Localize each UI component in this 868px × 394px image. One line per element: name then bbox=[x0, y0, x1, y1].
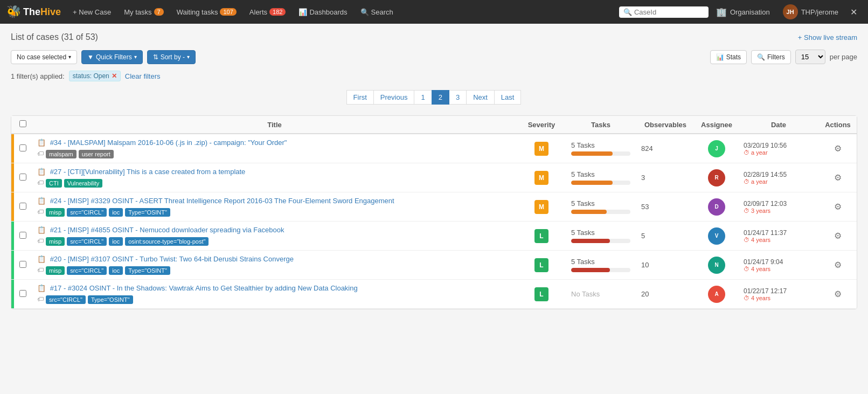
tag[interactable]: src="CIRCL" bbox=[67, 208, 107, 217]
live-stream-button[interactable]: + Show live stream bbox=[798, 33, 857, 42]
tags-row: 🏷 mispsrc="CIRCL"iocType="OSINT" bbox=[37, 265, 512, 275]
tag[interactable]: misp bbox=[46, 237, 65, 246]
remove-filter-button[interactable]: ✕ bbox=[112, 72, 117, 80]
actions-cell[interactable]: ⚙ bbox=[819, 192, 857, 222]
per-page-select[interactable]: 10 15 25 50 100 bbox=[795, 50, 825, 64]
observables-count: 5 bbox=[641, 232, 645, 240]
global-search-input[interactable] bbox=[634, 8, 704, 16]
user-menu-button[interactable]: JH THP/jerome bbox=[777, 1, 844, 23]
username-label: THP/jerome bbox=[801, 8, 838, 16]
my-tasks-button[interactable]: My tasks 7 bbox=[119, 5, 169, 19]
tasks-progress-bar bbox=[571, 210, 630, 214]
row-checkbox-cell[interactable] bbox=[14, 251, 32, 280]
tasks-count: 5 Tasks bbox=[571, 258, 595, 266]
row-checkbox-cell[interactable] bbox=[14, 163, 32, 192]
tag[interactable]: ioc bbox=[109, 266, 123, 275]
tag[interactable]: src="CIRCL" bbox=[67, 237, 107, 246]
observables-cell: 53 bbox=[636, 192, 695, 222]
case-title-link[interactable]: #20 - [MISP] #3107 OSINT - Turbo Twist: … bbox=[50, 255, 294, 263]
last-page-button[interactable]: Last bbox=[494, 90, 522, 105]
observables-cell: 824 bbox=[636, 134, 695, 163]
row-checkbox[interactable] bbox=[19, 203, 26, 210]
tag[interactable]: ioc bbox=[109, 208, 123, 217]
previous-page-button[interactable]: Previous bbox=[373, 90, 415, 105]
row-actions-button[interactable]: ⚙ bbox=[832, 258, 844, 272]
tag[interactable]: user report bbox=[79, 150, 114, 158]
page-3-button[interactable]: 3 bbox=[449, 90, 467, 105]
row-actions-button[interactable]: ⚙ bbox=[832, 170, 844, 185]
tag[interactable]: CTI bbox=[46, 179, 62, 188]
case-type-icon: 📋 bbox=[37, 139, 46, 147]
tag[interactable]: osint:source-type="blog-post" bbox=[125, 237, 209, 246]
tag[interactable]: Type="OSINT" bbox=[125, 266, 170, 275]
no-case-selected-dropdown[interactable]: No case selected ▾ bbox=[11, 50, 77, 64]
case-title-link[interactable]: #34 - [MALSPAM] Malspam 2016-10-06 (.js … bbox=[50, 139, 287, 147]
case-title-link[interactable]: #24 - [MISP] #3329 OSINT - ASERT Threat … bbox=[50, 197, 394, 205]
date-text: 01/22/17 12:17 bbox=[744, 287, 814, 295]
date-text: 01/24/17 9:04 bbox=[744, 258, 814, 266]
dashboards-button[interactable]: 📊 Dashboards bbox=[293, 5, 352, 19]
tag-icon: 🏷 bbox=[37, 150, 44, 157]
row-checkbox[interactable] bbox=[19, 174, 26, 181]
actions-cell[interactable]: ⚙ bbox=[819, 251, 857, 280]
tasks-count: 5 Tasks bbox=[571, 229, 595, 237]
tag[interactable]: Type="OSINT" bbox=[125, 208, 170, 217]
title-cell: 📋 #21 - [MISP] #4855 OSINT - Nemucod dow… bbox=[32, 222, 517, 251]
row-checkbox[interactable] bbox=[19, 290, 26, 297]
severity-cell: L bbox=[517, 222, 566, 251]
row-checkbox[interactable] bbox=[19, 261, 26, 268]
tag[interactable]: src="CIRCL" bbox=[67, 266, 107, 275]
case-title-link[interactable]: #21 - [MISP] #4855 OSINT - Nemucod downl… bbox=[50, 226, 284, 234]
row-checkbox-cell[interactable] bbox=[14, 280, 32, 309]
case-type-icon: 📋 bbox=[37, 197, 46, 205]
search-button[interactable]: 🔍 Search bbox=[355, 5, 399, 19]
tag[interactable]: Vulnerability bbox=[64, 179, 103, 188]
row-actions-button[interactable]: ⚙ bbox=[832, 141, 844, 156]
filters-button[interactable]: 🔍 Filters bbox=[751, 50, 791, 64]
date-cell: 03/20/19 10:56 ⏱ a year bbox=[738, 134, 819, 163]
row-actions-button[interactable]: ⚙ bbox=[832, 199, 844, 214]
tag[interactable]: misp bbox=[46, 208, 65, 217]
tasks-progress-bar bbox=[571, 181, 630, 185]
page-1-button[interactable]: 1 bbox=[414, 90, 432, 105]
title-cell: 📋 #24 - [MISP] #3329 OSINT - ASERT Threa… bbox=[32, 192, 517, 222]
title-cell: 📋 #34 - [MALSPAM] Malspam 2016-10-06 (.j… bbox=[32, 134, 517, 163]
sort-by-button[interactable]: ⇅ Sort by - ▾ bbox=[147, 50, 196, 64]
waiting-tasks-button[interactable]: Waiting tasks 107 bbox=[171, 5, 242, 19]
select-all-checkbox[interactable] bbox=[19, 120, 26, 127]
row-checkbox[interactable] bbox=[19, 144, 26, 151]
alerts-button[interactable]: Alerts 182 bbox=[244, 5, 291, 19]
sort-by-caret: ▾ bbox=[187, 54, 190, 60]
actions-cell[interactable]: ⚙ bbox=[819, 163, 857, 192]
row-checkbox-cell[interactable] bbox=[14, 222, 32, 251]
tag[interactable]: ioc bbox=[109, 237, 123, 246]
page-header: List of cases (31 of 53) + Show live str… bbox=[11, 32, 857, 42]
tag[interactable]: malspam bbox=[46, 150, 77, 158]
tasks-header: Tasks bbox=[566, 116, 636, 134]
tag[interactable]: misp bbox=[46, 266, 65, 275]
stats-button[interactable]: 📊 Stats bbox=[710, 50, 747, 64]
case-title-link[interactable]: #27 - [CTI][Vulnerability] This is a cas… bbox=[50, 168, 246, 176]
actions-cell[interactable]: ⚙ bbox=[819, 134, 857, 163]
actions-cell[interactable]: ⚙ bbox=[819, 222, 857, 251]
case-type-icon: 📋 bbox=[37, 284, 46, 292]
organisation-button[interactable]: 🏢 Organisation bbox=[711, 4, 775, 20]
tag[interactable]: Type="OSINT" bbox=[88, 295, 133, 304]
alerts-badge: 182 bbox=[269, 8, 286, 16]
row-actions-button[interactable]: ⚙ bbox=[832, 287, 844, 301]
clear-filters-button[interactable]: Clear filters bbox=[125, 72, 161, 80]
row-checkbox-cell[interactable] bbox=[14, 134, 32, 163]
row-checkbox-cell[interactable] bbox=[14, 192, 32, 222]
close-button[interactable]: ✕ bbox=[846, 5, 862, 19]
row-checkbox[interactable] bbox=[19, 232, 26, 239]
row-actions-button[interactable]: ⚙ bbox=[832, 229, 844, 243]
page-2-button[interactable]: 2 bbox=[432, 90, 449, 105]
case-title-link[interactable]: #17 - #3024 OSINT - In the Shadows: Vawt… bbox=[50, 284, 358, 292]
next-page-button[interactable]: Next bbox=[466, 90, 495, 105]
tag[interactable]: src="CIRCL" bbox=[46, 295, 86, 304]
quick-filters-button[interactable]: ▼ Quick Filters ▾ bbox=[81, 50, 143, 64]
actions-cell[interactable]: ⚙ bbox=[819, 280, 857, 309]
first-page-button[interactable]: First bbox=[346, 90, 374, 105]
new-case-button[interactable]: + New Case bbox=[67, 5, 116, 19]
global-search-box[interactable]: 🔍 bbox=[619, 6, 709, 18]
